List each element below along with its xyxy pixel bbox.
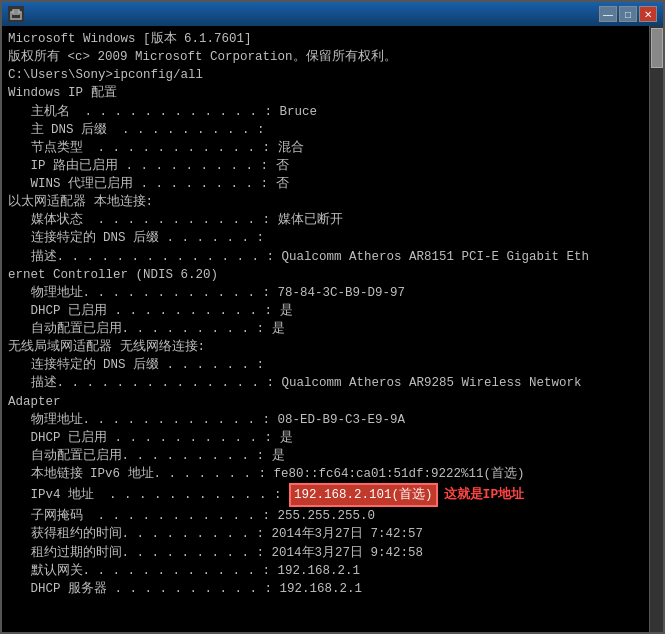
- terminal-line: 描述. . . . . . . . . . . . . . : Qualcomm…: [8, 248, 657, 266]
- terminal-line: 节点类型 . . . . . . . . . . . : 混合: [8, 139, 657, 157]
- terminal-line: Microsoft Windows [版本 6.1.7601]: [8, 30, 657, 48]
- terminal-line: DHCP 已启用 . . . . . . . . . . : 是: [8, 302, 657, 320]
- minimize-button[interactable]: —: [599, 6, 617, 22]
- terminal-line: 物理地址. . . . . . . . . . . . : 08-ED-B9-C…: [8, 411, 657, 429]
- terminal-line: 本地链接 IPv6 地址. . . . . . . : fe80::fc64:c…: [8, 465, 657, 483]
- terminal-line: 自动配置已启用. . . . . . . . . : 是: [8, 320, 657, 338]
- terminal-line: 物理地址. . . . . . . . . . . . : 78-84-3C-B…: [8, 284, 657, 302]
- terminal-line: 主 DNS 后缀 . . . . . . . . . :: [8, 121, 657, 139]
- terminal-line: 无线局域网适配器 无线网络连接:: [8, 338, 657, 356]
- terminal-line: 租约过期的时间. . . . . . . . . : 2014年3月27日 9:…: [8, 544, 657, 562]
- terminal-line: C:\Users\Sony>ipconfig/all: [8, 66, 657, 84]
- terminal-line: ernet Controller (NDIS 6.20): [8, 266, 657, 284]
- terminal-line: 以太网适配器 本地连接:: [8, 193, 657, 211]
- terminal-line: 自动配置已启用. . . . . . . . . : 是: [8, 447, 657, 465]
- terminal-line: 描述. . . . . . . . . . . . . . : Qualcomm…: [8, 374, 657, 392]
- cmd-window: — □ ✕ Microsoft Windows [版本 6.1.7601]版权所…: [0, 0, 665, 634]
- terminal-line: DHCP 已启用 . . . . . . . . . . : 是: [8, 429, 657, 447]
- terminal-line: DHCP 服务器 . . . . . . . . . . : 192.168.2…: [8, 580, 657, 598]
- terminal-line: IPv4 地址 . . . . . . . . . . . : 192.168.…: [8, 483, 657, 507]
- terminal-line: 默认网关. . . . . . . . . . . . : 192.168.2.…: [8, 562, 657, 580]
- terminal-line: 连接特定的 DNS 后缀 . . . . . . :: [8, 229, 657, 247]
- terminal-line: 子网掩码 . . . . . . . . . . . : 255.255.255…: [8, 507, 657, 525]
- window-icon: [8, 6, 24, 22]
- ipv4-prefix: IPv4 地址 . . . . . . . . . . . :: [8, 486, 289, 504]
- terminal-content: Microsoft Windows [版本 6.1.7601]版权所有 <c> …: [2, 26, 663, 632]
- ipv4-value: 192.168.2.101(首选): [289, 483, 438, 507]
- scrollbar-thumb: [651, 28, 663, 68]
- window-controls: — □ ✕: [599, 6, 657, 22]
- terminal-line: Windows IP 配置: [8, 84, 657, 102]
- terminal-line: WINS 代理已启用 . . . . . . . . : 否: [8, 175, 657, 193]
- terminal-lines: Microsoft Windows [版本 6.1.7601]版权所有 <c> …: [8, 30, 657, 598]
- terminal-line: Adapter: [8, 393, 657, 411]
- terminal-line: 主机名 . . . . . . . . . . . . : Bruce: [8, 103, 657, 121]
- terminal-line: 版权所有 <c> 2009 Microsoft Corporation。保留所有…: [8, 48, 657, 66]
- maximize-button[interactable]: □: [619, 6, 637, 22]
- terminal-line: 获得租约的时间. . . . . . . . . : 2014年3月27日 7:…: [8, 525, 657, 543]
- ipv4-annotation: 这就是IP地址: [444, 486, 525, 505]
- title-bar: — □ ✕: [2, 2, 663, 26]
- terminal-line: 连接特定的 DNS 后缀 . . . . . . :: [8, 356, 657, 374]
- close-button[interactable]: ✕: [639, 6, 657, 22]
- terminal-line: IP 路由已启用 . . . . . . . . . : 否: [8, 157, 657, 175]
- terminal-line: 媒体状态 . . . . . . . . . . . : 媒体已断开: [8, 211, 657, 229]
- scrollbar[interactable]: [649, 26, 663, 632]
